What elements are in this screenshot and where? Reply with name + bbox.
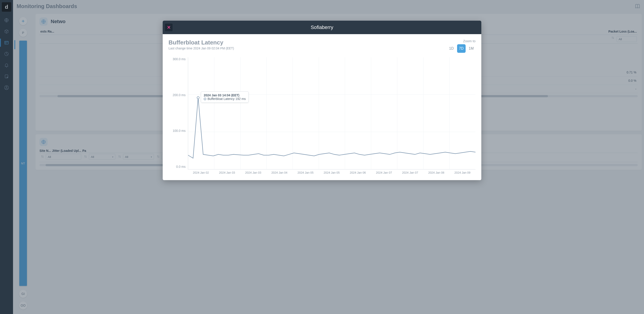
modal-title: Sofiaberry [311,25,333,30]
modal-header: ✕ Sofiaberry [163,21,481,34]
chart-title: Bufferbloat Latency [168,39,234,46]
tooltip-value: 192 ms [236,97,246,101]
y-axis-labels: 300.0 ms 200.0 ms 100.0 ms 0.0 ms [168,57,188,168]
tooltip-series: Bufferbloat Latency [208,97,234,101]
x-axis-labels: 2024 Jan 022024 Jan 032024 Jan 032024 Ja… [188,170,476,174]
close-icon: ✕ [167,25,171,30]
chart-plot-area[interactable]: 2024 Jan 03 14:04 (EET) Bufferbloat Late… [188,57,476,170]
chart-tooltip: 2024 Jan 03 14:04 (EET) Bufferbloat Late… [201,91,248,103]
series-color-dot [204,98,206,100]
zoom-7d[interactable]: 7D [457,44,466,53]
zoom-label: Zoom to [447,39,476,43]
zoom-options: 1D 7D 1M [447,44,476,53]
chart-highlight-marker [197,96,200,99]
chart-subtitle: Last change time 2024 Jan 09 02:04 PM (E… [168,47,234,50]
tooltip-time: 2024 Jan 03 14:04 (EET) [204,93,246,97]
zoom-1d[interactable]: 1D [447,44,456,53]
chart-modal: ✕ Sofiaberry Bufferbloat Latency Last ch… [163,21,481,180]
modal-close-button[interactable]: ✕ [165,24,172,31]
zoom-1m[interactable]: 1M [467,44,476,53]
